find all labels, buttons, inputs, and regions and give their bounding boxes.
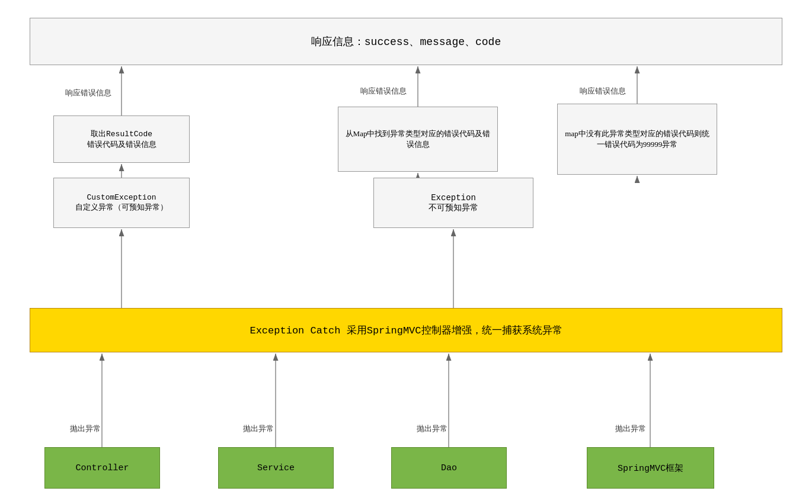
resultcode-line1: 取出ResultCode <box>91 129 152 139</box>
springmvc-label: SpringMVC框架 <box>618 463 683 474</box>
exception-catch-box: Exception Catch 采用SpringMVC控制器增强，统一捕获系统异… <box>30 308 782 352</box>
throw-label-3: 抛出异常 <box>417 423 447 434</box>
controller-box: Controller <box>44 447 160 489</box>
frommap-text: 从Map中找到异常类型对应的错误代码及错误信息 <box>343 129 493 150</box>
custom-line1: CustomException <box>87 193 156 202</box>
error-label-3: 响应错误信息 <box>580 86 626 97</box>
custom-line2: 自定义异常（可预知异常） <box>75 202 168 213</box>
nomap-text: map中没有此异常类型对应的错误代码则统一错误代码为99999异常 <box>562 129 712 150</box>
nomap-box: map中没有此异常类型对应的错误代码则统一错误代码为99999异常 <box>557 104 717 175</box>
dao-box: Dao <box>391 447 507 489</box>
error-label-1: 响应错误信息 <box>65 88 111 98</box>
dao-label: Dao <box>441 463 457 473</box>
response-box: 响应信息：success、message、code <box>30 18 782 65</box>
error-label-2: 响应错误信息 <box>360 86 407 97</box>
response-text: 响应信息：success、message、code <box>311 34 501 49</box>
controller-label: Controller <box>75 463 129 473</box>
exception-line1: Exception <box>429 193 478 203</box>
throw-label-4: 抛出异常 <box>615 423 646 434</box>
throw-label-2: 抛出异常 <box>243 423 274 434</box>
service-label: Service <box>257 463 295 473</box>
custom-exception-box: CustomException 自定义异常（可预知异常） <box>53 178 190 228</box>
diagram: 响应信息：success、message、code 取出ResultCode 错… <box>0 0 812 504</box>
resultcode-line2: 错误代码及错误信息 <box>87 139 156 150</box>
exception-box: Exception 不可预知异常 <box>373 178 533 228</box>
resultcode-box: 取出ResultCode 错误代码及错误信息 <box>53 115 190 163</box>
springmvc-box: SpringMVC框架 <box>587 447 714 489</box>
arrows-svg <box>0 0 812 504</box>
service-box: Service <box>218 447 334 489</box>
frommap-box: 从Map中找到异常类型对应的错误代码及错误信息 <box>338 107 498 172</box>
throw-label-1: 抛出异常 <box>70 423 101 434</box>
exception-line2: 不可预知异常 <box>429 203 478 213</box>
exception-catch-text: Exception Catch 采用SpringMVC控制器增强，统一捕获系统异… <box>250 323 562 337</box>
